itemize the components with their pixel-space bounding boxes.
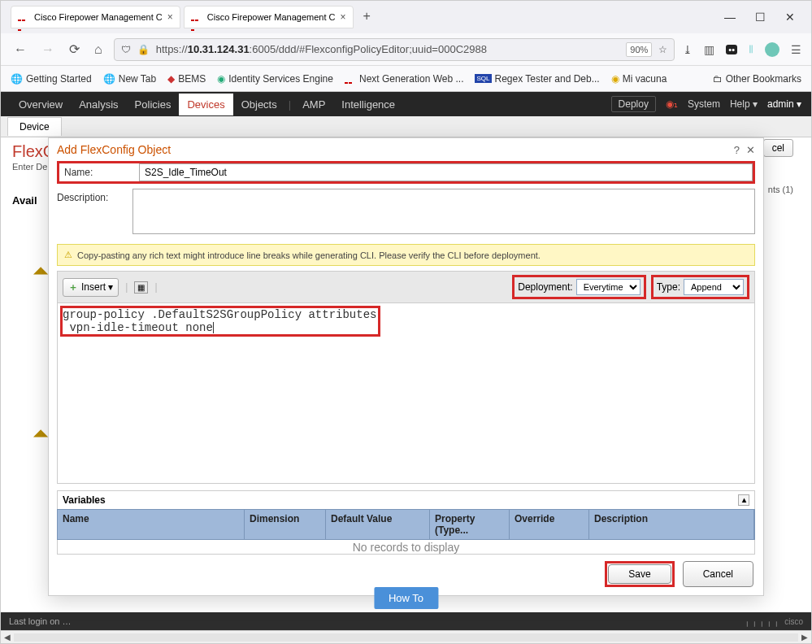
cisco-icon: [345, 75, 356, 83]
cancel-button[interactable]: Cancel: [683, 561, 753, 587]
library-icon[interactable]: ▥: [704, 43, 714, 56]
bookmark-item[interactable]: 🌐Getting Started: [11, 73, 92, 85]
other-bookmarks[interactable]: 🗀Other Bookmarks: [713, 73, 801, 85]
save-button[interactable]: Save: [608, 564, 671, 584]
type-select[interactable]: Append: [684, 279, 744, 295]
nav-devices[interactable]: Devices: [179, 94, 232, 115]
folder-icon: ◢◣: [33, 264, 48, 276]
cli-editor[interactable]: group-policy .DefaultS2SGroupPolicy attr…: [57, 303, 755, 484]
forward-button[interactable]: →: [38, 39, 58, 60]
browser-window: Cisco Firepower Management C × Cisco Fir…: [0, 0, 812, 644]
help-icon[interactable]: ?: [734, 144, 740, 156]
globe-icon: 🌐: [103, 73, 115, 85]
type-label: Type:: [657, 281, 680, 293]
description-label: Description:: [57, 189, 126, 203]
deployment-label: Deployment:: [518, 281, 572, 293]
nav-user[interactable]: admin ▾: [767, 98, 801, 110]
col-property[interactable]: Property (Type...: [430, 510, 510, 539]
minimize-button[interactable]: —: [724, 11, 736, 24]
sub-nav: Device: [1, 116, 811, 137]
tab-title: Cisco Firepower Management C: [207, 12, 336, 22]
reload-button[interactable]: ⟳: [66, 38, 83, 60]
sub-tab-device[interactable]: Device: [7, 117, 62, 136]
bookmark-item[interactable]: ◉Mi vacuna: [611, 73, 667, 85]
col-dimension[interactable]: Dimension: [245, 510, 326, 539]
globe-icon: 🌐: [11, 73, 23, 85]
star-icon[interactable]: ☆: [658, 44, 667, 55]
download-icon[interactable]: ⤓: [683, 43, 693, 56]
col-description[interactable]: Description: [589, 510, 754, 539]
url-field[interactable]: 🛡 🔒 https://10.31.124.31:6005/ddd/#Flexc…: [114, 38, 675, 61]
close-button[interactable]: ✕: [785, 11, 795, 24]
title-bar: Cisco Firepower Management C × Cisco Fir…: [1, 1, 811, 33]
type-group: Type: Append: [651, 275, 749, 299]
add-flexconfig-modal: Add FlexConfig Object ? ✕ Name: Descript…: [48, 137, 764, 596]
warning-icon: ⚠: [64, 250, 72, 260]
nav-policies[interactable]: Policies: [127, 94, 180, 115]
browser-tab-2[interactable]: Cisco Firepower Management C ×: [184, 6, 354, 28]
zoom-level[interactable]: 90%: [626, 42, 652, 57]
deployment-group: Deployment: Everytime: [512, 275, 645, 299]
collapse-icon[interactable]: ▴: [738, 494, 749, 506]
home-button[interactable]: ⌂: [91, 39, 106, 60]
menu-icon[interactable]: ☰: [791, 43, 801, 56]
brand-text: cisco: [784, 617, 803, 626]
bg-cancel-button[interactable]: cel: [763, 139, 793, 157]
vacuna-icon: ◉: [611, 73, 619, 85]
nav-help[interactable]: Help ▾: [730, 98, 758, 110]
bookmark-item[interactable]: Next Generation Web ...: [345, 73, 464, 85]
folder-icon: ◢◣: [33, 427, 48, 438]
col-name[interactable]: Name: [58, 510, 245, 539]
save-highlight: Save: [605, 561, 674, 587]
bookmark-item[interactable]: SQLRegex Tester and Deb...: [475, 73, 599, 85]
nav-system[interactable]: System: [688, 98, 720, 110]
profile-avatar[interactable]: [765, 42, 779, 57]
maximize-button[interactable]: ☐: [755, 11, 766, 24]
bems-icon: ◆: [167, 73, 175, 85]
grid-icon[interactable]: ▦: [134, 281, 148, 294]
close-icon[interactable]: ✕: [746, 144, 755, 156]
alert-icon[interactable]: ◉₁: [666, 98, 678, 110]
cisco-favicon: [191, 13, 202, 21]
name-input[interactable]: [139, 163, 753, 181]
status-bar: Last login on … ╷╷╷╷╷ cisco: [1, 612, 811, 630]
status-text: Last login on …: [9, 616, 71, 626]
close-icon[interactable]: ×: [167, 11, 173, 23]
nav-analysis[interactable]: Analysis: [71, 94, 126, 115]
deployment-select[interactable]: Everytime: [576, 279, 640, 295]
name-row: Name:: [57, 161, 755, 184]
bookmark-item[interactable]: ◆BEMS: [167, 73, 206, 85]
nav-overview[interactable]: Overview: [11, 94, 71, 115]
browser-tab-1[interactable]: Cisco Firepower Management C ×: [11, 6, 180, 28]
horizontal-scrollbar[interactable]: ◀ ▶: [1, 630, 811, 643]
count-label: nts (1): [768, 185, 793, 194]
no-records-text: No records to display: [353, 541, 460, 554]
shield-icon: 🛡: [121, 44, 131, 55]
browser-tabs: Cisco Firepower Management C × Cisco Fir…: [11, 6, 724, 28]
close-icon[interactable]: ×: [340, 11, 345, 23]
col-override[interactable]: Override: [510, 510, 589, 539]
nav-objects[interactable]: Objects: [233, 94, 285, 115]
extension-icon[interactable]: ••: [726, 45, 737, 54]
window-controls: — ☐ ✕: [724, 11, 805, 24]
howto-button[interactable]: How To: [374, 587, 438, 609]
bookmark-item[interactable]: ◉Identity Services Engine: [217, 73, 333, 85]
scroll-left-icon[interactable]: ◀: [1, 633, 14, 642]
nav-intelligence[interactable]: Intelligence: [333, 94, 403, 115]
name-label: Name:: [59, 163, 132, 181]
editor-toolbar: ＋ Insert ▾ | ▦ | Deployment: Everytime: [57, 271, 755, 303]
variables-title: Variables: [63, 494, 106, 506]
bookmark-item[interactable]: 🌐New Tab: [103, 73, 156, 85]
tab-title: Cisco Firepower Management C: [34, 12, 163, 22]
scroll-right-icon[interactable]: ▶: [798, 633, 811, 642]
deploy-button[interactable]: Deploy: [611, 96, 656, 112]
back-button[interactable]: ←: [11, 39, 30, 60]
insert-button[interactable]: ＋ Insert ▾: [63, 278, 119, 297]
description-input[interactable]: [132, 189, 755, 234]
insert-label: Insert ▾: [81, 281, 113, 293]
new-tab-button[interactable]: +: [357, 6, 377, 28]
col-default[interactable]: Default Value: [326, 510, 430, 539]
equalizer-icon[interactable]: ⦀: [749, 42, 753, 56]
bookmarks-bar: 🌐Getting Started 🌐New Tab ◆BEMS ◉Identit…: [1, 66, 811, 92]
nav-amp[interactable]: AMP: [294, 94, 333, 115]
